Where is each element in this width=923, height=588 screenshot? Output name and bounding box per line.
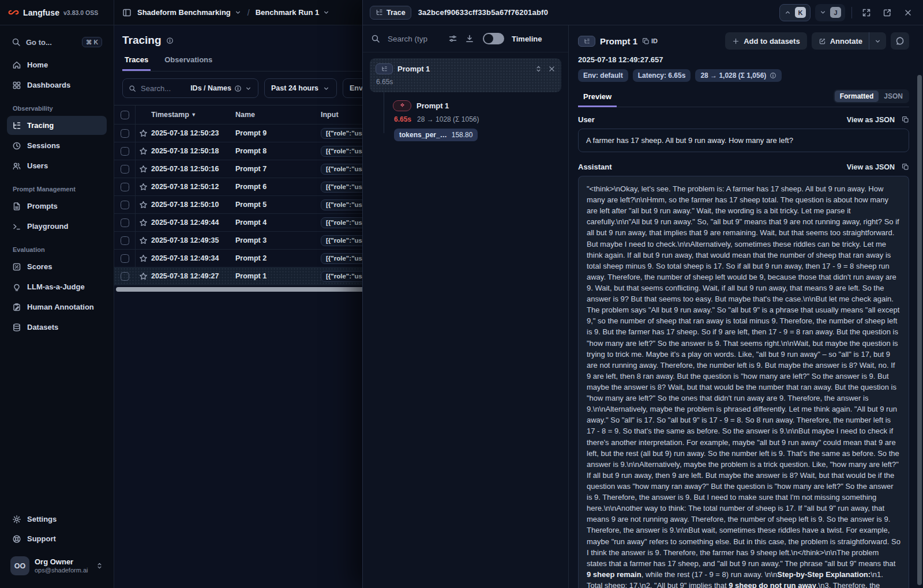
search-scope-select[interactable]: IDs / Names — [190, 84, 252, 92]
id-label: ID — [651, 37, 658, 44]
bookmark-star-icon[interactable] — [139, 218, 148, 227]
bookmark-star-icon[interactable] — [139, 254, 148, 263]
unfold-icon[interactable] — [535, 65, 542, 73]
filter-sliders-icon[interactable] — [448, 34, 457, 43]
tree-node-generation[interactable]: Prompt 1 — [393, 100, 561, 111]
row-checkbox[interactable] — [121, 272, 129, 281]
scrollbar-thumb[interactable] — [917, 75, 922, 585]
format-json[interactable]: JSON — [879, 91, 908, 102]
lightbulb-icon — [12, 282, 21, 292]
column-header-name[interactable]: Name — [235, 111, 321, 119]
section-label-observability: Observability — [13, 105, 101, 112]
tree-search-row: Timeline — [363, 25, 568, 52]
tab-observations[interactable]: Observations — [162, 55, 215, 71]
time-range-select[interactable]: Past 24 hours — [264, 78, 337, 98]
annotate-dropdown[interactable] — [869, 32, 886, 50]
sidebar-item-scores[interactable]: Scores — [7, 257, 107, 276]
tab-preview[interactable]: Preview — [578, 92, 617, 107]
prev-trace-button[interactable]: K — [779, 4, 811, 21]
tree-node-trace[interactable]: Prompt 1 6.65s — [370, 58, 561, 92]
sidebar-item-prompts[interactable]: Prompts — [7, 197, 107, 216]
row-checkbox[interactable] — [121, 129, 129, 138]
copy-icon[interactable] — [902, 116, 909, 123]
token-usage-badge[interactable]: 28 → 1,028 (Σ 1,056) — [695, 69, 782, 82]
project-switcher[interactable]: Benchmark Run 1 — [256, 8, 331, 17]
next-trace-button[interactable]: J — [815, 4, 845, 21]
bookmark-star-icon[interactable] — [139, 236, 148, 245]
collapse-icon[interactable] — [548, 65, 556, 73]
row-checkbox[interactable] — [121, 183, 129, 191]
goto-button[interactable]: Go to... ⌘ K — [7, 33, 107, 51]
sidebar-item-label: Human Annotation — [27, 303, 94, 311]
traces-search[interactable]: IDs / Names — [122, 78, 258, 98]
sidebar-item-sessions[interactable]: Sessions — [7, 136, 107, 155]
sidebar-item-llm-judge[interactable]: LLM-as-a-Judge — [7, 277, 107, 296]
tree-search-input[interactable] — [388, 35, 441, 43]
page-title: Tracing — [122, 34, 162, 47]
bookmark-star-icon[interactable] — [139, 165, 148, 174]
download-icon[interactable] — [465, 34, 474, 43]
plus-icon — [732, 37, 740, 45]
copy-icon — [642, 37, 650, 45]
column-header-timestamp[interactable]: Timestamp ▼ — [151, 111, 235, 119]
copy-id-button[interactable]: ID — [642, 37, 658, 45]
annotate-button[interactable]: Annotate — [812, 32, 886, 50]
add-to-datasets-button[interactable]: Add to datasets — [725, 32, 807, 50]
list-tree-icon — [376, 9, 383, 16]
detail-vertical-scrollbar[interactable] — [917, 75, 922, 585]
comments-button[interactable] — [891, 32, 909, 50]
list-tree-icon — [584, 38, 590, 44]
sidebar-item-tracing[interactable]: Tracing — [7, 116, 107, 135]
tab-traces[interactable]: Traces — [122, 55, 151, 71]
list-tree-icon — [12, 121, 21, 130]
row-checkbox[interactable] — [121, 236, 129, 245]
sidebar-item-datasets[interactable]: Datasets — [7, 318, 107, 337]
select-all-checkbox[interactable] — [121, 111, 129, 119]
bookmark-star-icon[interactable] — [139, 147, 148, 156]
view-as-json-button[interactable]: View as JSON — [847, 163, 895, 171]
row-checkbox[interactable] — [121, 201, 129, 209]
generation-metric-badge[interactable]: tokens_per_… 158.80 — [394, 129, 478, 141]
langfuse-logo-icon — [8, 7, 19, 18]
search-input[interactable] — [141, 84, 179, 93]
panel-left-icon[interactable] — [122, 8, 132, 17]
sidebar-item-human-annotation[interactable]: Human Annotation — [7, 297, 107, 316]
sidebar-item-settings[interactable]: Settings — [7, 510, 107, 529]
row-timestamp: 2025-07-18 12:50:18 — [151, 147, 235, 155]
row-checkbox[interactable] — [121, 218, 129, 227]
bookmark-star-icon[interactable] — [139, 183, 148, 191]
sidebar-item-playground[interactable]: Playground — [7, 217, 107, 236]
sidebar-item-home[interactable]: Home — [7, 55, 107, 74]
open-in-new-button[interactable] — [879, 5, 895, 21]
sidebar-item-dashboards[interactable]: Dashboards — [7, 76, 107, 95]
generation-token-usage: 28 → 1028 (Σ 1056) — [417, 115, 479, 123]
account-menu[interactable]: OO Org Owner ops@shadeform.ai — [7, 554, 107, 578]
bookmark-star-icon[interactable] — [139, 129, 148, 138]
avatar: OO — [10, 556, 29, 575]
bookmark-star-icon[interactable] — [139, 272, 148, 281]
tree-children: Prompt 1 6.65s 28 → 1028 (Σ 1056) tokens… — [363, 92, 568, 141]
sidebar-item-label: Support — [27, 534, 56, 543]
expand-button[interactable] — [858, 5, 875, 21]
row-name: Prompt 4 — [235, 218, 321, 227]
info-icon[interactable] — [166, 37, 174, 44]
search-icon — [371, 34, 380, 43]
format-formatted[interactable]: Formatted — [835, 91, 879, 102]
chevron-down-icon — [322, 85, 330, 92]
bookmark-star-icon[interactable] — [139, 201, 148, 209]
copy-icon[interactable] — [902, 163, 909, 171]
row-checkbox[interactable] — [121, 254, 129, 263]
sidebar-item-support[interactable]: Support — [7, 529, 107, 548]
org-switcher[interactable]: Shadeform Benchmarking — [137, 8, 242, 17]
timeline-toggle[interactable] — [483, 33, 504, 44]
row-timestamp: 2025-07-18 12:49:34 — [151, 254, 235, 262]
trace-badge-label: Trace — [387, 9, 406, 17]
view-as-json-button[interactable]: View as JSON — [847, 116, 895, 124]
sidebar-item-users[interactable]: Users — [7, 156, 107, 175]
close-button[interactable] — [900, 5, 916, 21]
row-checkbox[interactable] — [121, 147, 129, 156]
generation-name: Prompt 1 — [417, 101, 449, 110]
row-checkbox[interactable] — [121, 165, 129, 174]
brand-version: v3.83.0 OSS — [63, 9, 98, 16]
trace-node-latency: 6.65s — [376, 78, 556, 86]
